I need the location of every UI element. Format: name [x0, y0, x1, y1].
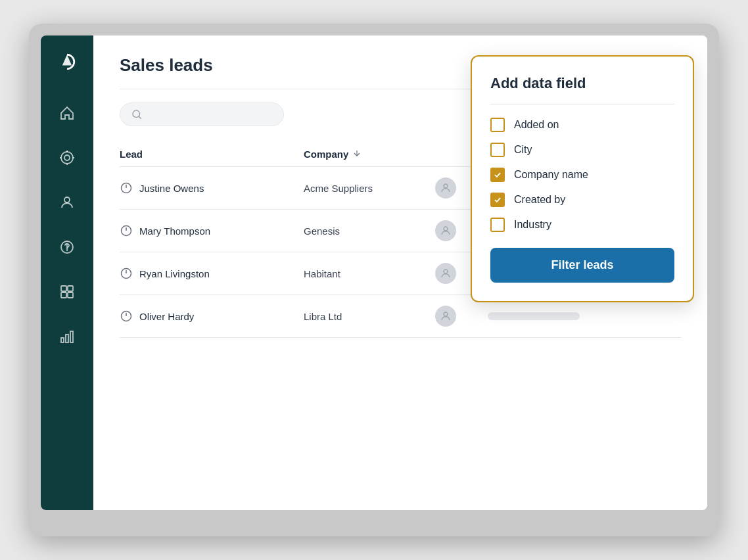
add-data-field-panel: Add data field Added on City	[471, 55, 694, 302]
dollar-icon[interactable]	[54, 234, 80, 260]
field-list: Added on City	[490, 118, 674, 232]
svg-rect-9	[66, 335, 68, 342]
filter-leads-button[interactable]: Filter leads	[490, 248, 674, 283]
created-by-cell	[488, 312, 593, 320]
avatar	[435, 306, 456, 327]
checkbox-city[interactable]	[490, 143, 505, 157]
svg-point-13	[444, 184, 448, 188]
laptop-frame: Sales leads Lead Company	[29, 24, 719, 536]
avatar-cell	[435, 306, 488, 327]
checkbox-industry[interactable]	[490, 218, 505, 232]
field-item-added-on[interactable]: Added on	[490, 118, 674, 132]
checkbox-created-by[interactable]	[490, 193, 505, 207]
svg-rect-5	[68, 286, 73, 291]
company-cell: Acme Suppliers	[304, 183, 435, 194]
avatar	[435, 263, 456, 284]
svg-point-15	[444, 227, 448, 231]
panel-title: Add data field	[490, 75, 674, 92]
svg-rect-10	[70, 331, 73, 342]
svg-rect-7	[68, 292, 73, 298]
lead-status-icon	[120, 181, 133, 195]
lead-cell: Mary Thompson	[120, 224, 304, 237]
sort-icon	[352, 149, 362, 160]
product-icon[interactable]	[54, 279, 80, 305]
svg-point-11	[133, 110, 140, 118]
lead-column-header: Lead	[120, 149, 304, 160]
search-input[interactable]	[148, 109, 240, 120]
home-icon[interactable]	[54, 100, 80, 126]
field-item-industry[interactable]: Industry	[490, 218, 674, 232]
svg-rect-4	[61, 286, 66, 291]
lead-cell: Justine Owens	[120, 181, 304, 195]
placeholder-bar	[488, 312, 580, 320]
field-label-city: City	[514, 144, 532, 156]
search-icon	[131, 108, 143, 120]
field-label-created-by: Created by	[514, 194, 565, 206]
checkbox-added-on[interactable]	[490, 118, 505, 132]
checkbox-company-name[interactable]	[490, 168, 505, 182]
person-icon[interactable]	[54, 189, 80, 216]
company-cell: Genesis	[304, 225, 435, 237]
svg-point-17	[444, 269, 448, 273]
sidebar	[41, 35, 93, 510]
company-column-header[interactable]: Company	[304, 149, 435, 160]
lead-cell: Ryan Livingston	[120, 267, 304, 280]
svg-point-19	[444, 312, 448, 316]
field-label-industry: Industry	[514, 219, 551, 231]
zendesk-logo-icon	[54, 49, 80, 75]
chart-icon[interactable]	[54, 323, 80, 350]
target-icon[interactable]	[54, 145, 80, 171]
avatar	[435, 220, 456, 241]
field-label-company-name: Company name	[514, 169, 588, 181]
main-content: Sales leads Lead Company	[93, 35, 707, 510]
field-item-company-name[interactable]: Company name	[490, 168, 674, 182]
search-bar[interactable]	[120, 103, 284, 126]
lead-status-icon	[120, 224, 133, 237]
company-cell: Libra Ltd	[304, 311, 435, 322]
svg-rect-6	[61, 292, 66, 298]
svg-point-0	[61, 152, 73, 164]
svg-rect-8	[61, 338, 64, 342]
field-label-added-on: Added on	[514, 119, 559, 131]
field-item-city[interactable]: City	[490, 143, 674, 157]
lead-status-icon	[120, 310, 133, 323]
avatar	[435, 177, 456, 198]
laptop-screen: Sales leads Lead Company	[41, 35, 707, 510]
lead-cell: Oliver Hardy	[120, 310, 304, 323]
svg-point-2	[64, 197, 70, 202]
svg-point-1	[64, 155, 70, 160]
lead-status-icon	[120, 267, 133, 280]
panel-divider	[490, 104, 674, 105]
company-cell: Habitant	[304, 268, 435, 279]
field-item-created-by[interactable]: Created by	[490, 193, 674, 207]
